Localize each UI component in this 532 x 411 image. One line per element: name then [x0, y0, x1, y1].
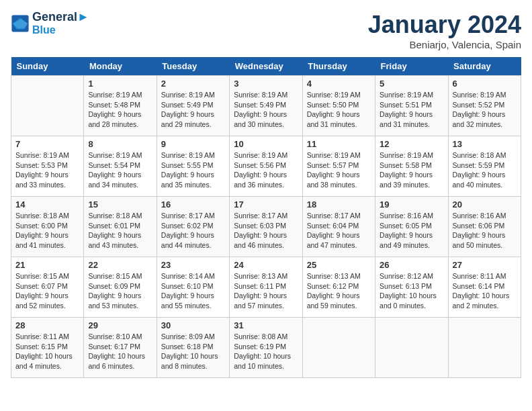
calendar-cell: 9Sunrise: 8:19 AMSunset: 5:55 PMDaylight… — [157, 136, 229, 197]
calendar-cell: 28Sunrise: 8:11 AMSunset: 6:15 PMDayligh… — [11, 318, 84, 378]
calendar-cell: 11Sunrise: 8:19 AMSunset: 5:57 PMDayligh… — [302, 136, 375, 197]
day-number: 8 — [88, 139, 152, 149]
calendar-cell: 29Sunrise: 8:10 AMSunset: 6:17 PMDayligh… — [84, 318, 157, 378]
col-header-sunday: Sunday — [11, 57, 84, 76]
calendar-cell: 5Sunrise: 8:19 AMSunset: 5:51 PMDaylight… — [375, 76, 448, 136]
calendar-cell: 15Sunrise: 8:18 AMSunset: 6:01 PMDayligh… — [84, 197, 157, 257]
week-row-4: 21Sunrise: 8:15 AMSunset: 6:07 PMDayligh… — [11, 257, 521, 318]
day-number: 3 — [234, 79, 298, 89]
cell-content: Sunrise: 8:19 AMSunset: 5:49 PMDaylight:… — [161, 90, 225, 130]
calendar-cell: 3Sunrise: 8:19 AMSunset: 5:49 PMDaylight… — [230, 76, 302, 136]
cell-content: Sunrise: 8:17 AMSunset: 6:04 PMDaylight:… — [307, 211, 371, 250]
cell-content: Sunrise: 8:18 AMSunset: 6:00 PMDaylight:… — [15, 211, 79, 250]
day-number: 16 — [161, 199, 225, 210]
week-row-1: 1Sunrise: 8:19 AMSunset: 5:48 PMDaylight… — [11, 76, 521, 136]
location-subtitle: Beniarjo, Valencia, Spain — [368, 39, 521, 50]
calendar-cell: 23Sunrise: 8:14 AMSunset: 6:10 PMDayligh… — [157, 257, 229, 318]
cell-content: Sunrise: 8:18 AMSunset: 5:59 PMDaylight:… — [453, 150, 517, 190]
cell-content: Sunrise: 8:13 AMSunset: 6:11 PMDaylight:… — [234, 271, 298, 311]
day-number: 18 — [307, 199, 371, 210]
calendar-cell: 16Sunrise: 8:17 AMSunset: 6:02 PMDayligh… — [157, 197, 229, 257]
cell-content: Sunrise: 8:16 AMSunset: 6:06 PMDaylight:… — [453, 211, 517, 250]
cell-content: Sunrise: 8:14 AMSunset: 6:10 PMDaylight:… — [161, 271, 225, 311]
calendar-cell: 22Sunrise: 8:15 AMSunset: 6:09 PMDayligh… — [84, 257, 157, 318]
day-number: 9 — [161, 139, 225, 149]
day-number: 5 — [380, 79, 443, 89]
day-number: 24 — [234, 260, 298, 270]
calendar-cell: 6Sunrise: 8:19 AMSunset: 5:52 PMDaylight… — [448, 76, 521, 136]
calendar-cell: 25Sunrise: 8:13 AMSunset: 6:12 PMDayligh… — [302, 257, 375, 318]
calendar-cell: 14Sunrise: 8:18 AMSunset: 6:00 PMDayligh… — [11, 197, 84, 257]
calendar-cell: 27Sunrise: 8:11 AMSunset: 6:14 PMDayligh… — [448, 257, 521, 318]
day-number: 25 — [307, 260, 371, 270]
cell-content: Sunrise: 8:16 AMSunset: 6:05 PMDaylight:… — [380, 211, 443, 250]
day-number: 31 — [234, 320, 298, 330]
calendar-cell: 8Sunrise: 8:19 AMSunset: 5:54 PMDaylight… — [84, 136, 157, 197]
day-number: 17 — [234, 199, 298, 210]
calendar-cell: 21Sunrise: 8:15 AMSunset: 6:07 PMDayligh… — [11, 257, 84, 318]
day-number: 28 — [15, 320, 79, 330]
day-number: 30 — [161, 320, 225, 330]
day-number: 7 — [15, 139, 79, 149]
day-number: 23 — [161, 260, 225, 270]
day-number: 13 — [453, 139, 517, 149]
day-number: 4 — [307, 79, 371, 89]
cell-content: Sunrise: 8:15 AMSunset: 6:09 PMDaylight:… — [88, 271, 152, 311]
cell-content: Sunrise: 8:13 AMSunset: 6:12 PMDaylight:… — [307, 271, 371, 311]
cell-content: Sunrise: 8:19 AMSunset: 5:53 PMDaylight:… — [15, 150, 79, 190]
col-header-thursday: Thursday — [302, 57, 375, 76]
col-header-tuesday: Tuesday — [157, 57, 229, 76]
day-number: 10 — [234, 139, 298, 149]
day-number: 19 — [380, 199, 443, 210]
day-number: 26 — [380, 260, 443, 270]
calendar-cell: 17Sunrise: 8:17 AMSunset: 6:03 PMDayligh… — [230, 197, 302, 257]
week-row-2: 7Sunrise: 8:19 AMSunset: 5:53 PMDaylight… — [11, 136, 521, 197]
calendar-cell: 31Sunrise: 8:08 AMSunset: 6:19 PMDayligh… — [230, 318, 302, 378]
day-number: 29 — [88, 320, 152, 330]
calendar-cell: 19Sunrise: 8:16 AMSunset: 6:05 PMDayligh… — [375, 197, 448, 257]
calendar-cell: 30Sunrise: 8:09 AMSunset: 6:18 PMDayligh… — [157, 318, 229, 378]
calendar-cell — [302, 318, 375, 378]
month-title: January 2024 — [368, 11, 521, 39]
calendar-cell: 10Sunrise: 8:19 AMSunset: 5:56 PMDayligh… — [230, 136, 302, 197]
title-area: January 2024 Beniarjo, Valencia, Spain — [368, 11, 521, 50]
cell-content: Sunrise: 8:19 AMSunset: 5:54 PMDaylight:… — [88, 150, 152, 190]
day-number: 6 — [453, 79, 517, 89]
cell-content: Sunrise: 8:10 AMSunset: 6:17 PMDaylight:… — [88, 332, 152, 371]
cell-content: Sunrise: 8:12 AMSunset: 6:13 PMDaylight:… — [380, 271, 443, 311]
col-header-saturday: Saturday — [448, 57, 521, 76]
calendar-table: SundayMondayTuesdayWednesdayThursdayFrid… — [11, 57, 521, 378]
day-number: 15 — [88, 199, 152, 210]
day-number: 27 — [453, 260, 517, 270]
calendar-cell: 2Sunrise: 8:19 AMSunset: 5:49 PMDaylight… — [157, 76, 229, 136]
cell-content: Sunrise: 8:11 AMSunset: 6:14 PMDaylight:… — [453, 271, 517, 311]
cell-content: Sunrise: 8:15 AMSunset: 6:07 PMDaylight:… — [15, 271, 79, 311]
calendar-cell: 26Sunrise: 8:12 AMSunset: 6:13 PMDayligh… — [375, 257, 448, 318]
calendar-cell: 1Sunrise: 8:19 AMSunset: 5:48 PMDaylight… — [84, 76, 157, 136]
cell-content: Sunrise: 8:11 AMSunset: 6:15 PMDaylight:… — [15, 332, 79, 371]
calendar-cell — [375, 318, 448, 378]
calendar-cell — [448, 318, 521, 378]
calendar-cell: 24Sunrise: 8:13 AMSunset: 6:11 PMDayligh… — [230, 257, 302, 318]
cell-content: Sunrise: 8:19 AMSunset: 5:58 PMDaylight:… — [380, 150, 443, 190]
cell-content: Sunrise: 8:17 AMSunset: 6:02 PMDaylight:… — [161, 211, 225, 250]
calendar-cell: 7Sunrise: 8:19 AMSunset: 5:53 PMDaylight… — [11, 136, 84, 197]
day-number: 22 — [88, 260, 152, 270]
cell-content: Sunrise: 8:19 AMSunset: 5:56 PMDaylight:… — [234, 150, 298, 190]
day-number: 14 — [15, 199, 79, 210]
calendar-cell: 4Sunrise: 8:19 AMSunset: 5:50 PMDaylight… — [302, 76, 375, 136]
col-header-friday: Friday — [375, 57, 448, 76]
cell-content: Sunrise: 8:18 AMSunset: 6:01 PMDaylight:… — [88, 211, 152, 250]
cell-content: Sunrise: 8:08 AMSunset: 6:19 PMDaylight:… — [234, 332, 298, 371]
day-number: 20 — [453, 199, 517, 210]
header: General► Blue January 2024 Beniarjo, Val… — [11, 11, 521, 50]
week-row-5: 28Sunrise: 8:11 AMSunset: 6:15 PMDayligh… — [11, 318, 521, 378]
day-number: 11 — [307, 139, 371, 149]
logo-text: General► Blue — [32, 11, 89, 36]
cell-content: Sunrise: 8:19 AMSunset: 5:55 PMDaylight:… — [161, 150, 225, 190]
cell-content: Sunrise: 8:17 AMSunset: 6:03 PMDaylight:… — [234, 211, 298, 250]
cell-content: Sunrise: 8:19 AMSunset: 5:49 PMDaylight:… — [234, 90, 298, 130]
cell-content: Sunrise: 8:19 AMSunset: 5:52 PMDaylight:… — [453, 90, 517, 130]
calendar-cell — [11, 76, 84, 136]
calendar-cell: 20Sunrise: 8:16 AMSunset: 6:06 PMDayligh… — [448, 197, 521, 257]
